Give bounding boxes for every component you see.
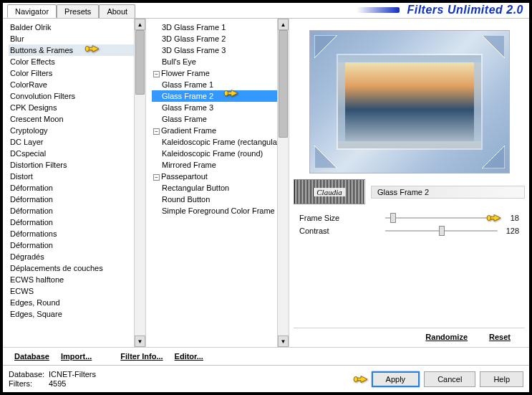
database-button[interactable]: Database xyxy=(9,351,55,362)
filter-item-label: Mirrored Frame xyxy=(162,161,216,169)
category-item[interactable]: Déformation xyxy=(9,239,145,251)
filters-label: Filters: xyxy=(9,379,49,389)
collapse-icon[interactable]: − xyxy=(153,71,160,77)
filter-item[interactable]: −Flower Frame xyxy=(152,67,289,79)
filter-item[interactable]: Simple Foreground Color Frame xyxy=(152,205,289,216)
filter-title-row: Claudia Glass Frame 2 xyxy=(294,179,525,204)
filter-list[interactable]: 3D Glass Frame 13D Glass Frame 23D Glass… xyxy=(146,19,289,347)
param-contrast: Contrast 128 xyxy=(294,224,525,237)
tab-bar: Navigator Presets About xyxy=(3,4,135,17)
scroll-up-icon[interactable]: ▲ xyxy=(135,19,145,30)
filter-item[interactable]: 3D Glass Frame 2 xyxy=(152,33,289,44)
param-label: Contrast xyxy=(299,227,385,235)
svg-marker-4 xyxy=(482,146,505,168)
category-item[interactable]: ECWS halftone xyxy=(9,274,145,285)
category-item[interactable]: DC Layer xyxy=(9,136,145,148)
scroll-up-icon[interactable]: ▲ xyxy=(278,19,289,30)
category-item[interactable]: Edges, Round xyxy=(9,297,145,308)
filter-item-label: Bull's Eye xyxy=(162,57,196,66)
category-item[interactable]: Déformation xyxy=(9,182,145,194)
category-scrollbar[interactable]: ▲ ▼ xyxy=(134,19,145,347)
filter-item-label: Passepartout xyxy=(161,172,208,181)
apply-button[interactable]: Apply xyxy=(372,371,420,387)
category-item[interactable]: Dégradés xyxy=(9,251,145,262)
filter-item[interactable]: Round Button xyxy=(152,194,289,205)
filter-item-label: Kaleidoscopic Frame (round) xyxy=(162,149,263,158)
contrast-slider[interactable] xyxy=(385,226,498,236)
filter-item-label: Kaleidoscopic Frame (rectangular) xyxy=(162,138,282,146)
filter-item[interactable]: −Passepartout xyxy=(152,171,289,182)
filter-item-label: 3D Glass Frame 3 xyxy=(162,46,226,54)
filter-info-button[interactable]: Filter Info... xyxy=(115,351,168,362)
category-item[interactable]: Déplacements de couches xyxy=(9,262,145,274)
category-column: Balder OlrikBlurButtons & FramesColor Ef… xyxy=(3,19,146,347)
category-item[interactable]: DCspecial xyxy=(9,148,145,159)
slider-thumb[interactable] xyxy=(390,213,396,223)
tab-presets[interactable]: Presets xyxy=(57,4,99,18)
filter-item-label: Round Button xyxy=(162,195,210,204)
filter-scrollbar[interactable]: ▲ ▼ xyxy=(277,19,289,347)
category-item[interactable]: Déformation xyxy=(9,216,145,228)
scrollbar-thumb[interactable] xyxy=(279,30,288,138)
filter-item[interactable]: Rectangular Button xyxy=(152,182,289,194)
filter-item-label: Glass Frame 2 xyxy=(162,92,213,100)
scrollbar-thumb[interactable] xyxy=(135,30,145,95)
filter-item[interactable]: Glass Frame 3 xyxy=(152,102,289,113)
main-area: Balder OlrikBlurButtons & FramesColor Ef… xyxy=(3,19,529,347)
tab-navigator[interactable]: Navigator xyxy=(7,4,57,18)
category-item[interactable]: CPK Designs xyxy=(9,102,145,113)
filter-item[interactable]: −Gradient Frame xyxy=(152,125,289,136)
filter-item[interactable]: 3D Glass Frame 1 xyxy=(152,22,289,33)
filter-item[interactable]: 3D Glass Frame 3 xyxy=(152,44,289,56)
category-item[interactable]: Crescent Moon xyxy=(9,113,145,125)
database-value: ICNET-Filters xyxy=(49,370,96,379)
reset-button[interactable]: Reset xyxy=(489,333,511,341)
filter-item[interactable]: Glass Frame 1 xyxy=(152,79,289,90)
filter-item[interactable]: Kaleidoscopic Frame (rectangular) xyxy=(152,136,289,148)
cancel-button[interactable]: Cancel xyxy=(424,371,475,387)
category-item[interactable]: ColorRave xyxy=(9,79,145,90)
category-item[interactable]: Color Filters xyxy=(9,67,145,79)
frame-size-slider[interactable] xyxy=(385,213,498,223)
category-list[interactable]: Balder OlrikBlurButtons & FramesColor Ef… xyxy=(3,19,145,347)
slider-thumb[interactable] xyxy=(439,226,445,236)
filter-item[interactable]: Kaleidoscopic Frame (round) xyxy=(152,148,289,159)
filter-item[interactable]: Glass Frame 2 xyxy=(152,90,289,102)
category-item[interactable]: Convolution Filters xyxy=(9,90,145,102)
author-logo: Claudia xyxy=(294,179,365,204)
category-item[interactable]: Color Effects xyxy=(9,56,145,67)
collapse-icon[interactable]: − xyxy=(153,174,160,181)
category-item[interactable]: ECWS xyxy=(9,285,145,297)
scroll-down-icon[interactable]: ▼ xyxy=(135,335,145,347)
category-item[interactable]: Déformations xyxy=(9,228,145,239)
category-item[interactable]: Distort xyxy=(9,171,145,182)
category-item[interactable]: Cryptology xyxy=(9,125,145,136)
filter-item-label: Glass Frame 1 xyxy=(162,80,213,89)
randomize-row: Randomize Reset xyxy=(294,328,525,343)
category-item[interactable]: Buttons & Frames xyxy=(9,44,145,56)
help-button[interactable]: Help xyxy=(480,371,523,387)
category-item[interactable]: Balder Olrik xyxy=(9,22,145,33)
collapse-icon[interactable]: − xyxy=(153,128,160,135)
corner-triangle-icon xyxy=(482,35,505,58)
category-item[interactable]: Distortion Filters xyxy=(9,159,145,171)
status-info: Database:ICNET-Filters Filters:4595 xyxy=(9,370,96,389)
import-button[interactable]: Import... xyxy=(55,351,97,362)
filter-item[interactable]: Bull's Eye xyxy=(152,56,289,67)
category-item[interactable]: Déformation xyxy=(9,194,145,205)
scroll-down-icon[interactable]: ▼ xyxy=(278,335,289,347)
filter-item[interactable]: Glass Frame xyxy=(152,113,289,125)
footer: Database:ICNET-Filters Filters:4595 Appl… xyxy=(3,365,529,392)
category-item[interactable]: Blur xyxy=(9,33,145,44)
category-item[interactable]: Déformation xyxy=(9,205,145,216)
filter-item-label: 3D Glass Frame 2 xyxy=(162,34,226,43)
randomize-button[interactable]: Randomize xyxy=(425,333,468,341)
category-item[interactable]: Edges, Square xyxy=(9,308,145,320)
preview-image xyxy=(309,30,510,173)
svg-marker-3 xyxy=(314,146,337,168)
filter-item-label: Simple Foreground Color Frame xyxy=(162,206,275,215)
filter-item[interactable]: Mirrored Frame xyxy=(152,159,289,171)
filter-item-label: 3D Glass Frame 1 xyxy=(162,23,226,32)
editor-button[interactable]: Editor... xyxy=(169,351,209,362)
tab-about[interactable]: About xyxy=(99,4,135,18)
